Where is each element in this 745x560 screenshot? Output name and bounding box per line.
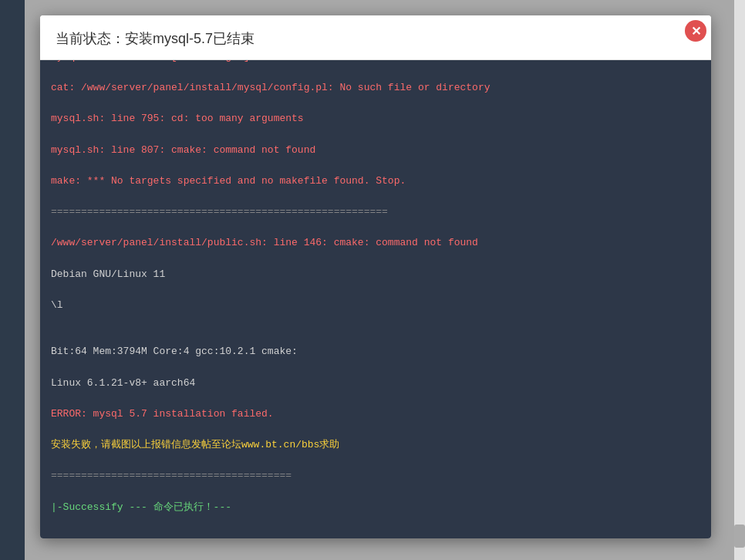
terminal-line: \l: [51, 298, 700, 313]
terminal-line: /www/server/panel/install/public.sh: lin…: [51, 235, 700, 251]
terminal-line: mysql.sh: line 755: [: missing `]': [51, 60, 700, 65]
modal-dialog: ✕ 当前状态：安装mysql-5.7已结束 mysql-5.7.44/boost…: [40, 15, 711, 538]
modal-status-title: 当前状态：安装mysql-5.7已结束: [56, 29, 696, 48]
terminal-line: 安装失败，请截图以上报错信息发帖至论坛www.bt.cn/bbs求助: [51, 437, 700, 453]
terminal-line: ERROR: mysql 5.7 installation failed.: [51, 407, 700, 422]
scrollbar-track[interactable]: [734, 0, 745, 560]
terminal-line: Linux 6.1.21-v8+ aarch64: [51, 376, 700, 391]
scrollbar-thumb[interactable]: [734, 525, 745, 548]
terminal-line: Debian GNU/Linux 11: [51, 267, 700, 282]
terminal-line: |-Successify --- 命令已执行！---: [51, 500, 700, 515]
close-button[interactable]: ✕: [685, 20, 706, 42]
terminal-output[interactable]: mysql-5.7.44/boost/boost_1_59_0/boost/to…: [40, 60, 711, 538]
modal-header: 当前状态：安装mysql-5.7已结束: [40, 15, 711, 60]
terminal-line: make: *** No targets specified and no ma…: [51, 174, 700, 189]
sidebar: [0, 0, 25, 560]
terminal-line: ========================================: [51, 468, 700, 484]
terminal-line: mysql.sh: line 795: cd: too many argumen…: [51, 111, 700, 127]
terminal-line: Bit:64 Mem:3794M Core:4 gcc:10.2.1 cmake…: [51, 344, 700, 359]
terminal-line: ========================================…: [51, 204, 700, 220]
terminal-line: mysql.sh: line 807: cmake: command not f…: [51, 143, 700, 158]
terminal-line: cat: /www/server/panel/install/mysql/con…: [51, 80, 700, 96]
